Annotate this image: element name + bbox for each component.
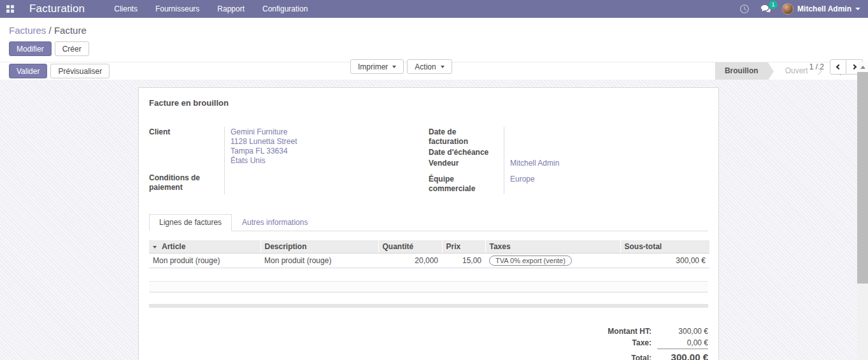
user-menu[interactable]: Mitchell Admin: [782, 3, 860, 15]
payment-terms-label: Conditions de paiement: [149, 168, 225, 194]
payment-terms-value[interactable]: [225, 168, 429, 194]
invoice-date-label: Date de facturation: [429, 127, 504, 147]
preview-button[interactable]: Prévisualiser: [50, 64, 110, 78]
untaxed-amount-value: 300,00 €: [657, 326, 708, 337]
pager-previous-button[interactable]: [830, 59, 846, 75]
create-button[interactable]: Créer: [55, 41, 89, 56]
tab-autres-informations[interactable]: Autres informations: [232, 214, 318, 231]
vendor-label: Vendeur: [429, 158, 504, 169]
sales-team-value[interactable]: Europe: [504, 169, 708, 194]
field-groups: Client Gemini Furniture 1128 Lunetta Str…: [149, 127, 708, 194]
sales-team-label: Équipe commerciale: [429, 169, 504, 194]
messages-icon[interactable]: 1: [760, 4, 772, 14]
cell-article[interactable]: Mon produit (rouge): [149, 254, 260, 268]
column-header-prix[interactable]: Prix: [442, 240, 485, 254]
left-field-group: Client Gemini Furniture 1128 Lunetta Str…: [149, 127, 429, 194]
chevron-right-icon: [851, 64, 856, 69]
menu-configuration[interactable]: Configuration: [262, 4, 308, 13]
navbar-right: 1 Mitchell Admin: [739, 3, 860, 15]
breadcrumb-separator: /: [49, 25, 52, 36]
cell-quantite[interactable]: 20,000: [378, 254, 442, 268]
right-field-group: Date de facturation Date d'échéance Vend…: [429, 127, 708, 194]
cell-sous-total[interactable]: 300,00 €: [620, 254, 709, 268]
due-date-value[interactable]: [504, 147, 708, 158]
vendor-value[interactable]: Mitchell Admin: [504, 158, 708, 169]
chevron-down-icon: [441, 66, 445, 68]
due-date-label: Date d'échéance: [429, 147, 504, 158]
invoice-state-title: Facture en brouillon: [149, 98, 708, 108]
breadcrumb-facture: Facture: [54, 25, 87, 36]
apps-grid-icon[interactable]: [6, 5, 14, 13]
cell-prix[interactable]: 15,00: [442, 254, 485, 268]
avatar: [782, 3, 793, 15]
validate-button[interactable]: Valider: [9, 64, 47, 78]
app-title: Facturation: [29, 3, 85, 15]
scrollbar-up-button[interactable]: [857, 62, 868, 72]
menu-fournisseurs[interactable]: Fournisseurs: [155, 4, 199, 13]
column-header-description[interactable]: Description: [260, 240, 378, 254]
breadcrumb-factures[interactable]: Factures: [9, 25, 46, 36]
vertical-scrollbar[interactable]: [857, 62, 868, 360]
menu-clients[interactable]: Clients: [114, 4, 138, 13]
untaxed-amount-label: Montant HT:: [608, 326, 657, 337]
triangle-up-icon: [860, 66, 865, 69]
navbar-menus: Clients Fournisseurs Rapport Configurati…: [114, 4, 308, 13]
column-header-sous-total[interactable]: Sous-total: [620, 240, 709, 254]
control-panel: Factures / Facture Modifier Créer Imprim…: [0, 18, 868, 62]
empty-table-row: [149, 281, 708, 292]
invoice-sheet: Facture en brouillon Client Gemini Furni…: [138, 87, 719, 360]
status-step-brouillon[interactable]: Brouillon: [715, 62, 768, 80]
column-header-taxes[interactable]: Taxes: [485, 240, 620, 254]
user-name: Mitchell Admin: [797, 4, 851, 13]
invoice-date-value[interactable]: [504, 127, 708, 147]
form-view-background: Facture en brouillon Client Gemini Furni…: [0, 80, 857, 360]
edit-button[interactable]: Modifier: [9, 41, 52, 56]
chevron-left-icon: [836, 64, 841, 69]
scrollbar-thumb[interactable]: [857, 72, 868, 284]
edit-create-buttons: Modifier Créer: [9, 41, 859, 56]
chevron-down-icon: [392, 66, 396, 68]
chevron-down-icon: [855, 8, 860, 10]
breadcrumb: Factures / Facture: [9, 18, 859, 36]
clock-icon[interactable]: [739, 4, 750, 14]
tab-lignes-de-factures[interactable]: Lignes de factures: [149, 214, 232, 231]
totals-block: Montant HT: 300,00 € Taxe: 0,00 € Total:…: [149, 326, 708, 360]
total-label: Total:: [608, 349, 657, 360]
message-count-badge: 1: [769, 1, 778, 9]
cell-taxes[interactable]: TVA 0% export (vente): [485, 254, 620, 268]
tax-amount-label: Taxe:: [608, 337, 657, 349]
print-dropdown-button[interactable]: Imprimer: [350, 59, 404, 74]
client-value[interactable]: Gemini Furniture 1128 Lunetta Street Tam…: [225, 127, 429, 168]
tax-tag[interactable]: TVA 0% export (vente): [489, 256, 572, 266]
top-navbar: Facturation Clients Fournisseurs Rapport…: [0, 0, 868, 18]
action-dropdown-button[interactable]: Action: [407, 59, 452, 74]
table-header-row: Article Description Quantité Prix Taxes …: [149, 240, 709, 254]
column-header-quantite[interactable]: Quantité: [378, 240, 442, 254]
tax-amount-value: 0,00 €: [657, 337, 708, 349]
print-action-buttons: Imprimer Action: [350, 59, 452, 74]
table-row[interactable]: Mon produit (rouge) Mon produit (rouge) …: [149, 254, 709, 268]
client-label: Client: [149, 127, 225, 168]
invoice-lines-table: Article Description Quantité Prix Taxes …: [149, 240, 709, 268]
table-footer-bar: [149, 304, 708, 308]
cell-description[interactable]: Mon produit (rouge): [260, 254, 378, 268]
column-header-article[interactable]: Article: [149, 240, 260, 254]
notebook-tabs: Lignes de factures Autres informations: [149, 213, 708, 231]
sort-caret-icon: [153, 246, 157, 248]
total-value: 300,00 €: [657, 349, 708, 360]
menu-rapport[interactable]: Rapport: [217, 4, 245, 13]
